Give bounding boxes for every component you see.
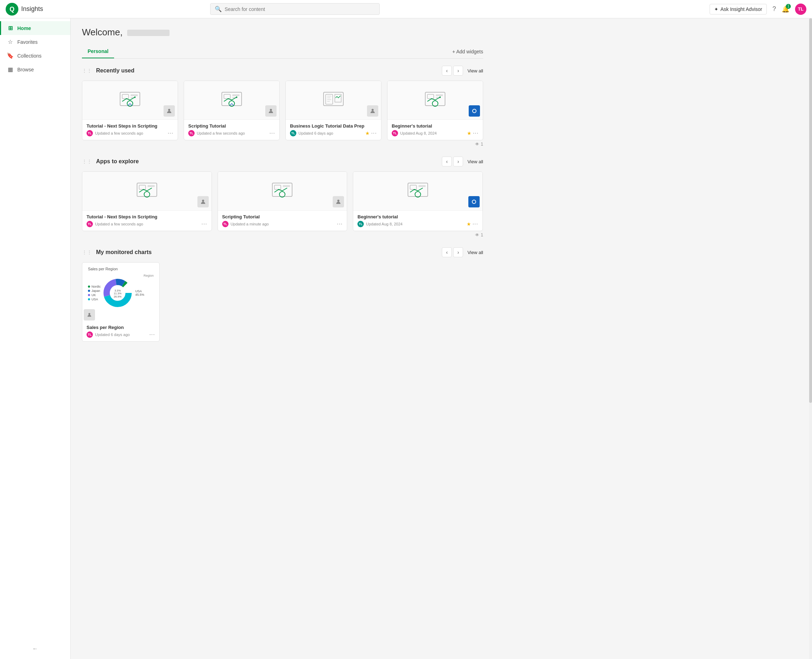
card-avatar-1: TL bbox=[188, 130, 195, 136]
legend-uk: UK bbox=[88, 293, 101, 297]
monitored-next-button[interactable]: › bbox=[453, 248, 463, 257]
donut-chart-0: 3.3% 11.3% 26.9% bbox=[104, 279, 132, 307]
sidebar-item-collections[interactable]: 🔖 Collections bbox=[0, 49, 70, 63]
explore-card-info-2: Beginner's tutorial TL Updated Aug 8, 20… bbox=[353, 211, 483, 231]
svg-point-15 bbox=[270, 109, 272, 111]
monitored-card-avatar-0: TL bbox=[87, 331, 93, 338]
monitored-chart-card-0[interactable]: Sales per Region Region Nordic bbox=[82, 262, 160, 342]
legend-dot-usa bbox=[88, 298, 90, 300]
search-icon: 🔍 bbox=[215, 6, 222, 13]
recently-used-card-0[interactable]: Tutorial - Next Steps in Scripting TL Up… bbox=[82, 80, 178, 140]
main-inner: Welcome, Personal + Add widgets ⋮⋮ Recen… bbox=[71, 18, 494, 360]
add-widgets-button[interactable]: + Add widgets bbox=[452, 47, 483, 57]
search-input[interactable] bbox=[225, 6, 375, 12]
card-avatar-0: TL bbox=[87, 130, 93, 136]
tab-personal[interactable]: Personal bbox=[82, 45, 114, 58]
explore-card-more-0[interactable]: ··· bbox=[201, 221, 207, 227]
collapse-sidebar-button[interactable]: ← bbox=[0, 641, 70, 656]
monitored-card-app-icon-0 bbox=[84, 309, 95, 320]
recently-used-card-1[interactable]: Scripting Tutorial TL Updated a few seco… bbox=[184, 80, 280, 140]
svg-rect-42 bbox=[419, 185, 426, 187]
svg-text:3.3%: 3.3% bbox=[115, 289, 121, 292]
legend-dot-uk bbox=[88, 294, 90, 296]
app-thumbnail-icon-3 bbox=[425, 91, 446, 109]
explore-card-info-1: Scripting Tutorial TL Updated a minute a… bbox=[218, 211, 347, 231]
monitored-prev-button[interactable]: ‹ bbox=[442, 248, 452, 257]
notification-badge: 1 bbox=[786, 4, 791, 9]
card-app-icon-1 bbox=[265, 105, 277, 117]
explore-card-name-0: Tutorial - Next Steps in Scripting bbox=[87, 214, 207, 219]
qlik-logo-icon: Q bbox=[6, 3, 18, 16]
recently-used-prev-button[interactable]: ‹ bbox=[442, 66, 452, 76]
legend-label-nordic: Nordic bbox=[91, 285, 101, 289]
logo: Q Insights bbox=[6, 3, 43, 16]
card-info-3: Beginner's tutorial TL Updated Aug 8, 20… bbox=[387, 120, 483, 140]
explore-card-more-1[interactable]: ··· bbox=[337, 221, 343, 227]
help-button[interactable]: ? bbox=[773, 5, 776, 13]
collapse-icon: ← bbox=[33, 646, 38, 652]
recently-used-view-all[interactable]: View all bbox=[467, 68, 483, 74]
explore-card-info-0: Tutorial - Next Steps in Scripting TL Up… bbox=[82, 211, 212, 231]
card-avatar-2: TL bbox=[290, 130, 296, 136]
card-more-menu-3[interactable]: ··· bbox=[473, 130, 478, 136]
scrollbar-thumb[interactable] bbox=[809, 18, 812, 403]
explore-card-meta-2: Updated Aug 8, 2024 bbox=[366, 222, 464, 226]
donut-legend-0: Nordic Japan UK bbox=[88, 285, 101, 301]
apps-explore-view-all[interactable]: View all bbox=[467, 159, 483, 164]
recently-used-title: Recently used bbox=[96, 68, 439, 74]
explore-card-more-2[interactable]: ··· bbox=[472, 221, 478, 227]
legend-label-usa: USA bbox=[91, 298, 98, 301]
recently-used-next-button[interactable]: › bbox=[453, 66, 463, 76]
card-more-menu-2[interactable]: ··· bbox=[371, 130, 377, 136]
explore-card-meta-1: Updated a minute ago bbox=[231, 222, 335, 226]
svg-text:Q: Q bbox=[9, 6, 14, 13]
apps-explore-prev-button[interactable]: ‹ bbox=[442, 156, 452, 166]
legend-dot-nordic bbox=[88, 285, 90, 288]
explore-card-star-2[interactable]: ★ bbox=[467, 221, 471, 227]
card-star-2[interactable]: ★ bbox=[365, 130, 370, 136]
notifications-button[interactable]: 🔔 1 bbox=[782, 5, 789, 13]
sidebar-item-favorites[interactable]: ☆ Favorites bbox=[0, 35, 70, 49]
svg-rect-11 bbox=[232, 95, 239, 96]
card-meta-3: Updated Aug 8, 2024 bbox=[400, 131, 465, 136]
svg-text:11.3%: 11.3% bbox=[114, 292, 121, 295]
tab-actions: + Add widgets bbox=[452, 47, 483, 57]
ask-insight-advisor-button[interactable]: ✦ Ask Insight Advisor bbox=[710, 4, 767, 14]
sidebar-item-browse[interactable]: ▦ Browse bbox=[0, 63, 70, 76]
explore-card-name-2: Beginner's tutorial bbox=[357, 214, 478, 219]
svg-rect-3 bbox=[122, 95, 129, 99]
svg-point-34 bbox=[202, 200, 204, 202]
svg-rect-41 bbox=[410, 185, 416, 189]
explore-card-footer-1: TL Updated a minute ago ··· bbox=[222, 221, 343, 227]
explore-card-1[interactable]: Scripting Tutorial TL Updated a minute a… bbox=[217, 171, 348, 231]
recently-used-card-3[interactable]: Beginner's tutorial TL Updated Aug 8, 20… bbox=[387, 80, 483, 140]
recently-used-card-2[interactable]: Business Logic Tutorial Data Prep TL Upd… bbox=[285, 80, 381, 140]
svg-point-13 bbox=[236, 96, 238, 98]
monitored-view-all[interactable]: View all bbox=[467, 250, 483, 255]
apps-explore-next-button[interactable]: › bbox=[453, 156, 463, 166]
card-more-menu-1[interactable]: ··· bbox=[269, 130, 275, 136]
card-actions-3: ★ ··· bbox=[467, 130, 478, 136]
search-bar[interactable]: 🔍 bbox=[210, 3, 380, 15]
svg-rect-37 bbox=[283, 185, 290, 187]
donut-container-0: Nordic Japan UK bbox=[88, 279, 154, 307]
explore-card-footer-2: TL Updated Aug 8, 2024 ★ ··· bbox=[357, 221, 478, 227]
scrollbar-track[interactable] bbox=[809, 18, 812, 659]
drag-handle-icon-3: ⋮⋮ bbox=[82, 249, 92, 255]
explore-card-avatar-2: TL bbox=[357, 221, 364, 227]
explore-app-icon-0 bbox=[136, 182, 157, 200]
main-content: Welcome, Personal + Add widgets ⋮⋮ Recen… bbox=[71, 18, 812, 659]
card-thumbnail-2 bbox=[286, 81, 381, 120]
apps-to-explore-section: ⋮⋮ Apps to explore ‹ › View all bbox=[82, 156, 483, 238]
avatar[interactable]: TL bbox=[795, 3, 806, 15]
monitored-card-more-0[interactable]: ··· bbox=[149, 331, 155, 338]
card-actions-2: ★ ··· bbox=[365, 130, 377, 136]
card-more-menu-0[interactable]: ··· bbox=[168, 130, 173, 136]
card-star-3[interactable]: ★ bbox=[467, 130, 472, 136]
recently-used-cards: Tutorial - Next Steps in Scripting TL Up… bbox=[82, 80, 483, 140]
explore-card-avatar-1: TL bbox=[222, 221, 228, 227]
monitored-card-info-0: Sales per Region TL Updated 6 days ago ·… bbox=[82, 309, 159, 341]
explore-card-2[interactable]: Beginner's tutorial TL Updated Aug 8, 20… bbox=[353, 171, 483, 231]
sidebar-item-home[interactable]: ⊞ Home bbox=[0, 21, 70, 35]
explore-card-0[interactable]: Tutorial - Next Steps in Scripting TL Up… bbox=[82, 171, 212, 231]
